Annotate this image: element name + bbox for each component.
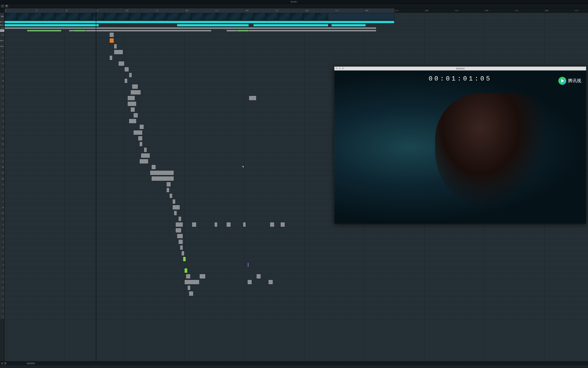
track-lane[interactable]	[4, 302, 588, 308]
track-header[interactable]: L	[0, 193, 4, 199]
track-header[interactable]: 2	[0, 314, 4, 319]
track-header[interactable]: ck	[0, 158, 4, 164]
ruler-marker[interactable]: 1:20	[124, 8, 128, 13]
track-lane[interactable]	[4, 29, 588, 32]
track-lane[interactable]	[4, 239, 588, 245]
clip[interactable]	[129, 119, 136, 123]
ruler-marker[interactable]: 2:00	[184, 8, 188, 13]
horizontal-scroll-thumb[interactable]	[26, 362, 35, 365]
clip[interactable]	[247, 262, 249, 267]
ruler-marker[interactable]: 4:20	[394, 8, 398, 13]
track-header[interactable]: w	[0, 84, 4, 90]
ruler-marker[interactable]: 0	[4, 8, 6, 13]
clip[interactable]	[140, 142, 142, 147]
track-header[interactable]: Vox	[0, 27, 4, 29]
clip[interactable]	[4, 27, 376, 29]
ruler-marker[interactable]: :40	[64, 8, 68, 13]
clip[interactable]	[151, 165, 156, 169]
clip[interactable]	[127, 96, 135, 101]
track-header[interactable]: gh	[0, 176, 4, 182]
track-lane[interactable]	[4, 43, 588, 49]
clip[interactable]	[199, 274, 205, 279]
track-lane[interactable]	[4, 279, 588, 285]
track-header[interactable]: 6	[0, 291, 4, 296]
clip[interactable]	[268, 280, 273, 285]
ruler-marker[interactable]: 5:40	[514, 8, 518, 13]
clip[interactable]	[114, 50, 123, 55]
ruler-marker[interactable]: 5:00	[454, 8, 458, 13]
clip[interactable]	[174, 211, 177, 215]
clip[interactable]	[192, 222, 196, 227]
track-header[interactable]: 4	[0, 118, 4, 124]
clip[interactable]	[133, 130, 142, 135]
track-header[interactable]: D)	[0, 141, 4, 147]
track-lane[interactable]	[4, 250, 588, 256]
clip[interactable]	[166, 182, 171, 187]
clip[interactable]	[69, 30, 211, 32]
track-header[interactable]: Bass	[0, 43, 4, 49]
track-header[interactable]: 6	[0, 274, 4, 279]
ruler-marker[interactable]: :20	[35, 8, 37, 13]
clip[interactable]	[132, 84, 138, 89]
clip[interactable]	[4, 13, 394, 20]
track-header[interactable]: 2	[0, 268, 4, 274]
track-header[interactable]: at	[0, 204, 4, 210]
clip[interactable]	[214, 222, 217, 227]
track-header[interactable]: 95	[0, 164, 4, 170]
track-header[interactable]: si	[0, 112, 4, 118]
ruler-marker[interactable]: 5:20	[484, 8, 488, 13]
clip[interactable]	[118, 61, 124, 66]
close-window-button[interactable]	[336, 67, 338, 69]
clip[interactable]	[172, 205, 180, 210]
track-header[interactable]: a	[0, 222, 4, 227]
track-header[interactable]: 6	[0, 262, 4, 268]
clip[interactable]	[127, 101, 136, 106]
clip[interactable]	[114, 44, 117, 49]
clip[interactable]	[243, 222, 246, 227]
tool-button-1[interactable]: ▯	[1, 4, 4, 8]
track-lane[interactable]	[4, 20, 588, 24]
tool-search-button[interactable]: 🔍	[5, 4, 9, 8]
clip[interactable]	[176, 222, 183, 227]
clip[interactable]	[109, 55, 113, 60]
track-lane[interactable]	[4, 245, 588, 250]
clip[interactable]	[181, 251, 184, 256]
track-lane[interactable]	[4, 291, 588, 296]
track-header[interactable]: 音频 02	[0, 24, 4, 27]
track-header[interactable]: 4	[0, 95, 4, 101]
track-lane[interactable]	[4, 38, 588, 43]
track-header[interactable]: 01	[0, 210, 4, 216]
track-lane[interactable]	[4, 233, 588, 239]
ruler-marker[interactable]: 2:20	[214, 8, 218, 13]
clip[interactable]	[270, 222, 274, 227]
ruler-marker[interactable]: 3:20	[304, 8, 308, 13]
clip[interactable]	[184, 268, 187, 273]
track-lane[interactable]	[4, 55, 588, 61]
track-header[interactable]: 视频	[0, 13, 4, 20]
clip[interactable]	[331, 24, 366, 27]
track-lane[interactable]	[4, 32, 588, 38]
track-header[interactable]: 4	[0, 124, 4, 130]
track-header[interactable]: 3	[0, 296, 4, 302]
ruler-marker[interactable]: 3:40	[334, 8, 338, 13]
track-lane[interactable]	[4, 61, 588, 66]
clip[interactable]	[144, 147, 147, 152]
clip[interactable]	[176, 228, 182, 233]
clip[interactable]	[166, 188, 169, 193]
track-header[interactable]: al	[0, 78, 4, 84]
clip[interactable]	[186, 274, 190, 279]
track-header[interactable]: s	[0, 308, 4, 314]
clip[interactable]	[4, 24, 99, 27]
track-header[interactable]: 4	[0, 199, 4, 204]
clip[interactable]	[124, 78, 127, 83]
clip[interactable]	[129, 73, 132, 77]
clip[interactable]	[177, 24, 249, 27]
track-lane[interactable]	[4, 256, 588, 262]
settings-button[interactable]: ⚙	[4, 362, 7, 365]
track-header[interactable]: t.1	[0, 55, 4, 61]
track-header[interactable]: 9	[0, 227, 4, 233]
clip[interactable]	[237, 30, 249, 32]
clip[interactable]	[226, 222, 231, 227]
playhead[interactable]	[96, 8, 96, 361]
track-lane[interactable]	[4, 308, 588, 314]
